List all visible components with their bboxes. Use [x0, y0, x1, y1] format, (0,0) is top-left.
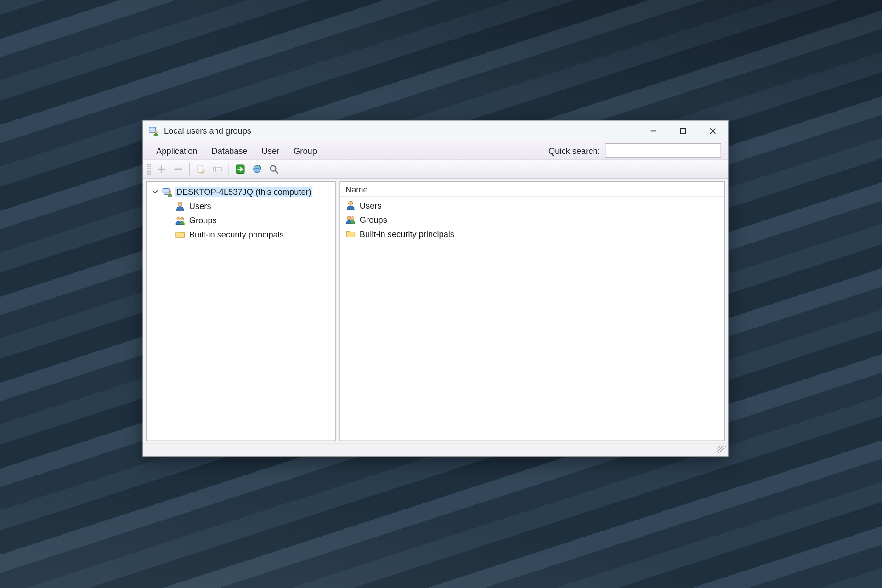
- tree-pane[interactable]: DESKTOP-4L537JQ (this computer) Users Gr…: [146, 181, 336, 441]
- resize-grip[interactable]: [718, 446, 727, 455]
- edit-button[interactable]: [193, 162, 209, 176]
- menu-database[interactable]: Database: [205, 144, 254, 158]
- folder-icon: [345, 229, 356, 239]
- list-item-groups[interactable]: Groups: [343, 212, 722, 226]
- column-name: Name: [345, 184, 368, 194]
- quick-search-input[interactable]: [605, 143, 721, 158]
- menu-user[interactable]: User: [255, 144, 286, 158]
- rename-button[interactable]: [210, 162, 226, 176]
- quick-search-label: Quick search:: [548, 146, 600, 155]
- toolbar-separator: [229, 163, 229, 175]
- list-item-label: Groups: [360, 215, 387, 224]
- menubar: Application Database User Group Quick se…: [143, 141, 728, 160]
- group-icon: [345, 215, 356, 225]
- window-title: Local users and groups: [164, 126, 251, 136]
- list-item-label: Users: [360, 200, 382, 210]
- list-pane[interactable]: Name Users Groups Built-in security prin…: [339, 181, 725, 441]
- tree-node-groups[interactable]: Groups: [172, 213, 334, 227]
- toolbar-separator: [189, 163, 190, 175]
- svg-rect-13: [680, 128, 685, 133]
- minimize-button[interactable]: [639, 121, 668, 141]
- statusbar: [143, 444, 728, 456]
- computer-users-icon: [162, 187, 172, 197]
- menu-application[interactable]: Application: [150, 144, 204, 158]
- folder-icon: [175, 229, 185, 239]
- chevron-down-icon[interactable]: [150, 188, 159, 195]
- tree-node-builtin[interactable]: Built-in security principals: [172, 227, 334, 242]
- app-window: Local users and groups Application Datab…: [143, 120, 729, 456]
- tree-node-users[interactable]: Users: [172, 199, 334, 213]
- list-item-builtin[interactable]: Built-in security principals: [343, 226, 722, 241]
- user-icon: [345, 200, 356, 210]
- content-area: DESKTOP-4L537JQ (this computer) Users Gr…: [143, 179, 728, 443]
- close-button[interactable]: [698, 121, 728, 141]
- tree-node-label: Users: [188, 201, 212, 211]
- menu-group[interactable]: Group: [287, 144, 323, 158]
- tree-root-label: DESKTOP-4L537JQ (this computer): [175, 187, 313, 197]
- group-icon: [175, 215, 185, 225]
- maximize-button[interactable]: [668, 121, 698, 141]
- titlebar[interactable]: Local users and groups: [143, 121, 728, 141]
- tree-node-label: Built-in security principals: [188, 230, 285, 239]
- add-button[interactable]: [154, 162, 170, 176]
- user-icon: [175, 201, 185, 211]
- list-item-users[interactable]: Users: [343, 198, 722, 212]
- toolbar-grip: [147, 164, 151, 175]
- app-icon: [148, 125, 158, 136]
- tree-node-label: Groups: [188, 215, 218, 225]
- tree-root-node[interactable]: DESKTOP-4L537JQ (this computer): [148, 185, 334, 199]
- go-button[interactable]: [232, 162, 248, 176]
- remove-button[interactable]: [170, 162, 186, 176]
- refresh-button[interactable]: [249, 162, 265, 176]
- list-column-header[interactable]: Name: [340, 182, 724, 197]
- list-item-label: Built-in security principals: [360, 229, 454, 238]
- desktop-background: Local users and groups Application Datab…: [0, 0, 882, 588]
- search-button[interactable]: [266, 162, 282, 176]
- toolbar: [143, 160, 728, 179]
